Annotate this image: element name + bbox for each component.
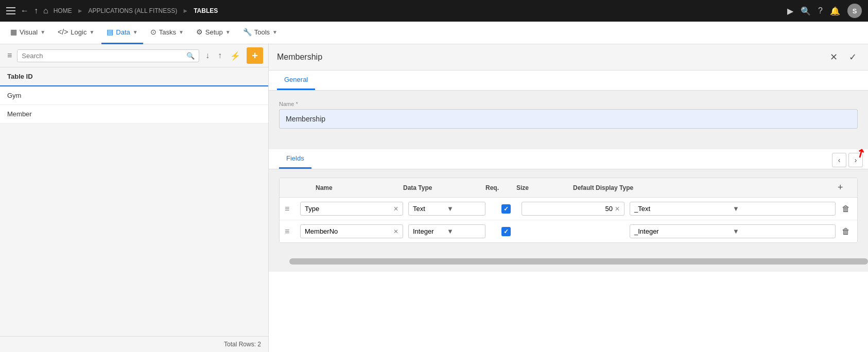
modal-tab-general[interactable]: General xyxy=(277,71,315,90)
tab-data[interactable]: ▤ Data ▼ xyxy=(101,22,143,44)
nav-arrows: ‹ › xyxy=(832,153,863,167)
req-checkbox-1[interactable] xyxy=(501,204,511,214)
scrollbar-container xyxy=(269,256,868,272)
breadcrumb-app[interactable]: APPLICATIONS (ALL FITNESS) xyxy=(89,7,178,14)
hamburger-menu[interactable] xyxy=(6,7,15,14)
drag-handle-2[interactable]: ≡ xyxy=(285,227,295,236)
field-name-clear-2[interactable]: ✕ xyxy=(393,228,398,235)
delete-field-1[interactable]: 🗑 xyxy=(840,203,852,215)
field-req-check-1 xyxy=(491,204,522,214)
notifications-icon[interactable]: 🔔 xyxy=(830,6,840,16)
tools-icon: 🔧 xyxy=(243,28,252,36)
tab-visual-label: Visual xyxy=(20,28,38,36)
modal-save-button[interactable]: ✓ xyxy=(846,50,860,64)
home-icon: ⌂ xyxy=(43,6,48,15)
tools-dropdown-arrow: ▼ xyxy=(272,29,277,35)
logic-icon: </> xyxy=(58,28,68,36)
modal-close-button[interactable]: ✕ xyxy=(827,50,841,64)
tab-logic[interactable]: </> Logic ▼ xyxy=(53,22,99,44)
add-field-button[interactable]: + xyxy=(836,182,845,192)
display-dropdown-arrow-2: ▼ xyxy=(733,227,831,235)
tab-setup-label: Setup xyxy=(205,28,223,36)
lightning-icon[interactable]: ⚡ xyxy=(227,49,244,63)
setup-icon: ⚙ xyxy=(196,28,203,36)
field-req-check-2 xyxy=(491,227,522,236)
table-row-gym-label: Gym xyxy=(7,92,21,99)
col-req-header: Req. xyxy=(485,184,516,191)
setup-dropdown-arrow: ▼ xyxy=(225,29,231,35)
tab-tools[interactable]: 🔧 Tools ▼ xyxy=(238,22,283,44)
modal-header-actions: ✕ ✓ xyxy=(827,50,860,64)
upload-icon[interactable]: ↑ xyxy=(215,49,225,63)
table-row: ≡ ✕ Integer ▼ xyxy=(280,220,857,242)
field-datatype-value-1: Text xyxy=(413,205,447,213)
add-button[interactable]: + xyxy=(247,47,263,64)
data-dropdown-arrow: ▼ xyxy=(133,29,138,35)
second-toolbar: ▦ Visual ▼ </> Logic ▼ ▤ Data ▼ ⊙ Tasks … xyxy=(0,22,868,44)
drag-handle-1[interactable]: ≡ xyxy=(285,204,295,214)
tab-logic-label: Logic xyxy=(71,28,86,36)
delete-field-2[interactable]: 🗑 xyxy=(840,226,852,237)
tab-setup[interactable]: ⚙ Setup ▼ xyxy=(191,22,236,44)
fields-section-wrapper: Fields Name Data Type xyxy=(269,149,868,256)
user-avatar[interactable]: S xyxy=(847,4,862,18)
table-list: Gym Member xyxy=(0,86,268,336)
col-datatype-header: Data Type xyxy=(403,184,485,191)
total-rows-label: Total Rows: 2 xyxy=(224,341,261,348)
field-display-select-2[interactable]: _Integer ▼ xyxy=(630,224,836,238)
table-row: ≡ ✕ Text ▼ xyxy=(280,198,857,220)
name-label: Name * xyxy=(279,101,858,107)
field-datatype-select-1[interactable]: Text ▼ xyxy=(408,202,485,216)
fields-table: Name Data Type Req. Size xyxy=(279,178,858,243)
field-size-field-1[interactable] xyxy=(526,205,613,213)
toolbar-icons: ↓ ↑ ⚡ xyxy=(202,49,244,63)
search-icon: 🔍 xyxy=(186,52,195,60)
fields-tab[interactable]: Fields xyxy=(279,149,311,169)
table-id-label: Table ID xyxy=(7,73,33,80)
display-dropdown-arrow-1: ▼ xyxy=(733,205,831,213)
back-button[interactable]: ← xyxy=(21,6,29,15)
table-row-member[interactable]: Member xyxy=(0,105,268,124)
col-display-header: Default Display Type xyxy=(573,184,836,191)
field-size-clear-1[interactable]: ✕ xyxy=(615,205,620,213)
general-section: Name * xyxy=(269,91,868,149)
name-input[interactable] xyxy=(279,109,858,129)
filter-button[interactable]: ≡ xyxy=(5,49,14,62)
prev-arrow-button[interactable]: ‹ xyxy=(832,153,846,167)
modal-content: General Name * Fields xyxy=(269,71,868,352)
logic-dropdown-arrow: ▼ xyxy=(89,29,94,35)
fields-tab-bar: Fields xyxy=(269,149,868,169)
table-header: Table ID xyxy=(0,67,268,86)
search-container: 🔍 xyxy=(17,49,199,62)
left-footer: Total Rows: 2 xyxy=(0,336,268,352)
play-button[interactable]: ▶ xyxy=(787,6,793,16)
visual-icon: ▦ xyxy=(10,28,17,36)
table-row-gym[interactable]: Gym xyxy=(0,86,268,105)
download-icon[interactable]: ↓ xyxy=(202,49,213,63)
req-checkbox-2[interactable] xyxy=(501,227,511,236)
tab-tools-label: Tools xyxy=(254,28,270,36)
col-name-header: Name xyxy=(300,184,403,191)
modal-tabs: General xyxy=(269,71,868,91)
tab-visual[interactable]: ▦ Visual ▼ xyxy=(5,22,50,44)
tab-tasks[interactable]: ⊙ Tasks ▼ xyxy=(145,22,189,44)
field-datatype-value-2: Integer xyxy=(413,227,447,235)
breadcrumb-tables[interactable]: TABLES xyxy=(194,7,218,14)
up-button[interactable]: ↑ xyxy=(34,6,38,15)
field-display-select-1[interactable]: _Text ▼ xyxy=(630,202,836,216)
fields-tab-label: Fields xyxy=(286,154,304,162)
breadcrumb-sep-1: ► xyxy=(77,7,83,14)
field-name-clear-1[interactable]: ✕ xyxy=(393,205,398,213)
search-input[interactable] xyxy=(22,52,183,60)
field-datatype-select-2[interactable]: Integer ▼ xyxy=(408,224,485,238)
next-arrow-button[interactable]: › xyxy=(848,153,863,167)
field-display-value-1: _Text xyxy=(634,205,733,213)
horizontal-scrollbar[interactable] xyxy=(289,258,868,265)
help-icon[interactable]: ? xyxy=(818,6,823,15)
search-global-icon[interactable]: 🔍 xyxy=(801,6,811,16)
breadcrumb-home[interactable]: HOME xyxy=(54,7,72,14)
field-name-field-1[interactable] xyxy=(305,205,391,213)
field-name-field-2[interactable] xyxy=(305,227,391,235)
left-panel: ≡ 🔍 ↓ ↑ ⚡ + Table ID Gym Member Tot xyxy=(0,44,269,352)
breadcrumb-sep-2: ► xyxy=(182,7,188,14)
